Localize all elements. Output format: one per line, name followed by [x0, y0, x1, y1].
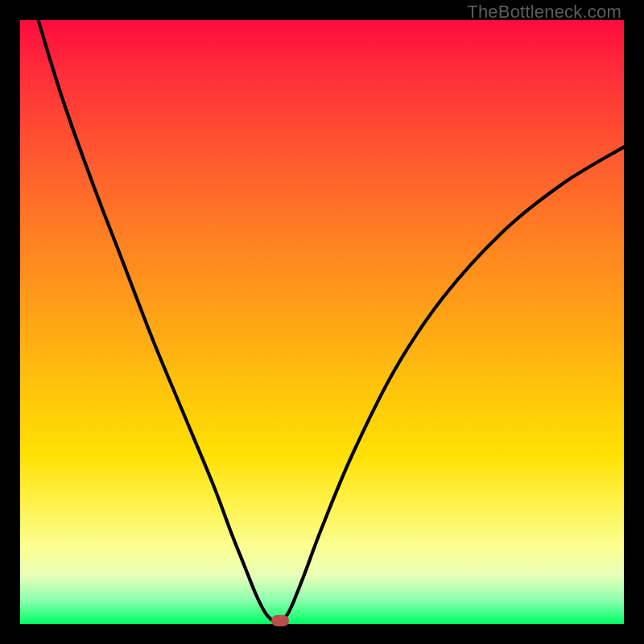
plot-area: [20, 20, 624, 624]
bottleneck-curve: [39, 20, 625, 621]
optimal-point-marker: [271, 615, 289, 626]
curve-svg: [20, 20, 624, 624]
chart-frame: TheBottleneck.com: [0, 0, 644, 644]
